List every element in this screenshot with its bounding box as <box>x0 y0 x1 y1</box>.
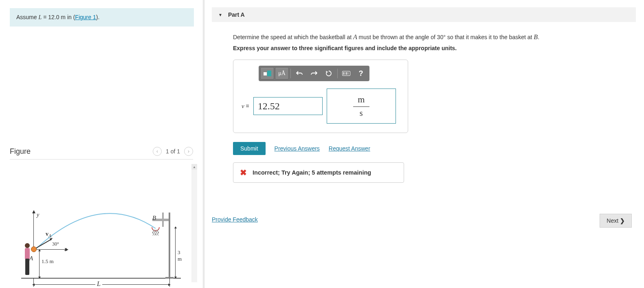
part-label: Part A <box>228 11 245 18</box>
y-axis <box>33 213 34 249</box>
action-row: Submit Previous Answers Request Answer <box>233 142 636 155</box>
equation-toolbar: μÅ ? <box>259 66 369 81</box>
column-divider[interactable] <box>203 0 204 288</box>
point-b-label: B <box>152 215 156 222</box>
collapse-icon: ▼ <box>218 13 222 17</box>
units-input[interactable]: m s <box>327 89 396 124</box>
keyboard-button[interactable] <box>339 67 353 80</box>
hoop-net <box>152 230 159 235</box>
figure-scrollbar[interactable]: ▲ <box>191 164 197 282</box>
templates-button[interactable] <box>260 67 274 80</box>
reset-button[interactable] <box>322 67 336 80</box>
toolbar-separator <box>290 69 291 78</box>
scroll-up-icon[interactable]: ▲ <box>191 164 197 170</box>
figure-canvas: y x vA 30° A 1.5 m B 3 m L <box>10 208 181 288</box>
special-chars-button[interactable]: μÅ <box>275 67 289 80</box>
figure-page-label: 1 of 1 <box>166 148 180 155</box>
unit-numerator: m <box>358 94 365 106</box>
hoop-pole <box>169 213 170 278</box>
height-b-label: 3 m <box>178 249 182 262</box>
answer-lhs: v = <box>242 103 249 110</box>
feedback-text: Incorrect; Try Again; 5 attempts remaini… <box>253 169 371 176</box>
l-dimension-label: L <box>95 280 102 288</box>
height-b-dimension <box>175 228 176 277</box>
figure-prev-button[interactable]: ‹ <box>153 147 162 156</box>
chevron-right-icon: ❯ <box>620 217 625 224</box>
figure-nav: ‹ 1 of 1 › <box>153 147 193 156</box>
provide-feedback-link[interactable]: Provide Feedback <box>212 216 258 223</box>
ground-line <box>21 278 181 279</box>
left-column: Assume L = 12.0 m in (Figure 1). Figure … <box>0 0 200 288</box>
problem-prompt: Assume L = 12.0 m in (Figure 1). <box>10 8 194 27</box>
y-axis-label: y <box>37 212 39 218</box>
basketball-icon <box>31 246 37 252</box>
prompt-prefix: Assume <box>16 14 38 20</box>
figure-header: Figure ‹ 1 of 1 › <box>10 147 193 160</box>
undo-icon <box>296 70 303 77</box>
redo-button[interactable] <box>307 67 321 80</box>
question-instruction: Express your answer to three significant… <box>233 45 636 51</box>
next-button[interactable]: Next ❯ <box>600 214 632 228</box>
undo-button[interactable] <box>292 67 306 80</box>
incorrect-icon: ✖ <box>240 168 247 177</box>
right-column: ▼ Part A Determine the speed at which th… <box>212 0 636 288</box>
x-axis-label: x <box>64 246 67 253</box>
height-a-dimension <box>39 251 40 277</box>
reset-icon <box>325 70 332 77</box>
prompt-equals: = 12.0 m in ( <box>42 14 75 20</box>
prompt-suffix: ). <box>96 14 100 20</box>
request-answer-link[interactable]: Request Answer <box>329 145 370 152</box>
help-button[interactable]: ? <box>354 67 368 80</box>
velocity-label: vA <box>46 231 51 239</box>
redo-icon <box>310 70 318 77</box>
previous-answers-link[interactable]: Previous Answers <box>275 145 320 152</box>
part-header[interactable]: ▼ Part A <box>212 7 636 22</box>
unit-denominator: s <box>360 107 363 118</box>
toolbar-separator-2 <box>337 69 338 78</box>
figure-title: Figure <box>10 147 31 156</box>
question-text: Determine the speed at which the basketb… <box>233 33 636 41</box>
submit-button[interactable]: Submit <box>233 142 266 155</box>
answer-box: μÅ ? v = <box>233 60 408 133</box>
answer-row: v = m s <box>242 89 402 124</box>
angle-label: 30° <box>52 241 59 247</box>
value-input[interactable] <box>253 97 323 115</box>
figure-section: Figure ‹ 1 of 1 › ▲ y x vA 30° A 1.5 m <box>10 147 193 288</box>
question-body: Determine the speed at which the basketb… <box>212 22 636 133</box>
figure-link[interactable]: Figure 1 <box>75 14 96 20</box>
feedback-box: ✖ Incorrect; Try Again; 5 attempts remai… <box>233 162 404 183</box>
height-a-label: 1.5 m <box>42 258 54 265</box>
keyboard-icon <box>342 71 350 76</box>
figure-next-button[interactable]: › <box>184 147 193 156</box>
